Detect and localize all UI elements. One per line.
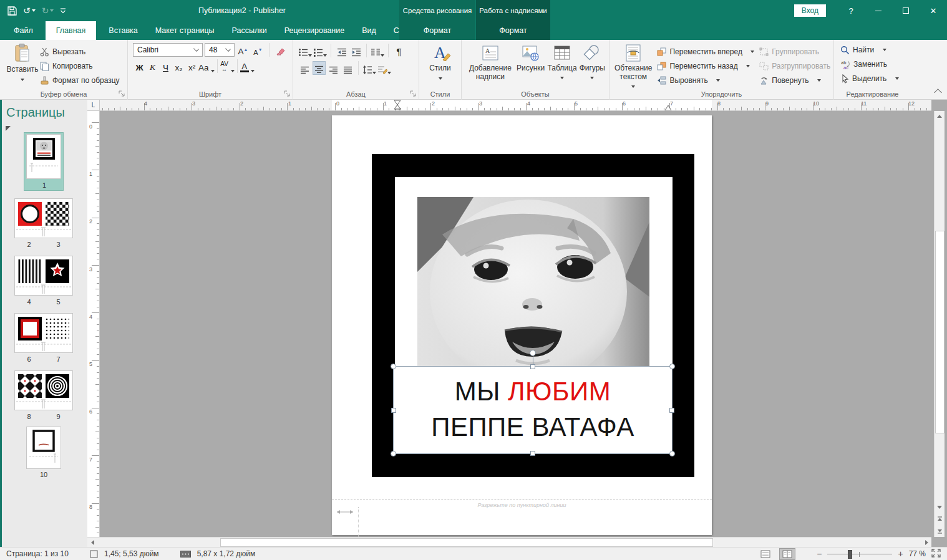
grow-font-button[interactable]: A▲: [236, 43, 250, 57]
page-thumbnail-6-7[interactable]: [14, 313, 73, 353]
customize-qat-button[interactable]: [60, 8, 66, 14]
align-center-button[interactable]: [313, 61, 326, 75]
numbering-button[interactable]: [313, 44, 327, 57]
align-objects-button[interactable]: Выровнять: [657, 74, 754, 87]
shapes-button[interactable]: Фигуры: [580, 43, 605, 82]
redo-button[interactable]: ↻: [42, 6, 54, 16]
align-right-button[interactable]: [327, 61, 340, 75]
zoom-slider-thumb[interactable]: [848, 550, 852, 559]
character-spacing-button[interactable]: AV↔: [220, 59, 234, 73]
bold-button[interactable]: Ж: [133, 59, 146, 73]
font-color-button[interactable]: А: [240, 59, 255, 73]
object-position-value[interactable]: 1,45; 5,53 дюйм: [104, 549, 159, 558]
page-thumbnail-4-5[interactable]: [14, 256, 73, 296]
send-backward-button[interactable]: Переместить назад: [657, 60, 754, 72]
baby-photo[interactable]: [417, 197, 649, 369]
zoom-out-button[interactable]: −: [817, 549, 822, 559]
ungroup-button[interactable]: Разгруппировать: [759, 60, 830, 72]
line-spacing-button[interactable]: [362, 61, 376, 75]
save-button[interactable]: [7, 6, 17, 16]
vertical-ruler[interactable]: 012345678: [87, 111, 100, 537]
wrap-text-button[interactable]: Обтекание текстом: [614, 43, 652, 90]
superscript-button[interactable]: x²: [185, 59, 198, 73]
two-page-view-button[interactable]: [779, 548, 795, 560]
justify-button[interactable]: [341, 61, 354, 75]
find-button[interactable]: Найти: [840, 44, 911, 56]
page-thumbnail-2-3[interactable]: [14, 198, 73, 238]
scroll-right-button[interactable]: [921, 538, 931, 548]
draw-textbox-button[interactable]: А Добавление надписи: [467, 43, 514, 82]
underline-button[interactable]: Ч: [159, 59, 172, 73]
tab-review[interactable]: Рецензирование: [276, 21, 354, 40]
rotate-handle[interactable]: [530, 350, 536, 356]
page-thumbnail-10[interactable]: [26, 427, 61, 469]
scroll-left-button[interactable]: [87, 538, 97, 548]
font-family-combo[interactable]: Calibri: [133, 43, 203, 57]
italic-button[interactable]: К: [146, 59, 159, 73]
columns-button[interactable]: [371, 44, 384, 57]
decrease-indent-button[interactable]: [335, 44, 348, 57]
subscript-button[interactable]: x₂: [172, 59, 185, 73]
selected-text-box[interactable]: МЫ ЛЮБИМ ПЕППЕ ВАТАФА: [393, 366, 673, 454]
ruler-origin-button[interactable]: L: [87, 100, 100, 111]
pages-panel-collapse-icon[interactable]: [6, 126, 11, 131]
object-size-value[interactable]: 5,87 x 1,72 дюйм: [197, 549, 256, 558]
table-button[interactable]: Таблица: [548, 43, 577, 82]
resize-handle-bottom-right[interactable]: [669, 451, 675, 456]
pictures-button[interactable]: Рисунки: [517, 43, 545, 82]
rotate-button[interactable]: Повернуть: [759, 74, 830, 87]
paragraph-dialog-launcher[interactable]: [410, 90, 417, 97]
horizontal-scrollbar[interactable]: [87, 537, 931, 547]
resize-handle-bottom-left[interactable]: [391, 451, 396, 456]
copy-button[interactable]: Копировать: [40, 60, 120, 72]
vertical-scrollbar[interactable]: [934, 111, 945, 537]
help-button[interactable]: ?: [837, 0, 865, 21]
next-page-button[interactable]: [935, 526, 945, 536]
single-page-view-button[interactable]: [757, 548, 774, 560]
tab-home[interactable]: Главная: [46, 21, 97, 40]
zoom-in-button[interactable]: +: [898, 549, 903, 559]
horizontal-scroll-thumb[interactable]: [220, 538, 713, 547]
tab-insert[interactable]: Вставка: [100, 21, 146, 40]
resize-handle-top-left[interactable]: [391, 364, 396, 369]
font-dialog-launcher[interactable]: [284, 90, 291, 97]
sign-in-button[interactable]: Вход: [794, 4, 826, 17]
page-thumbnail-8-9[interactable]: [14, 370, 73, 410]
clipboard-dialog-launcher[interactable]: [119, 90, 125, 97]
tab-mailings[interactable]: Рассылки: [223, 21, 276, 40]
select-button[interactable]: Выделить: [840, 72, 911, 85]
font-size-combo[interactable]: 48: [205, 43, 235, 57]
paragraph-shading-button[interactable]: [377, 61, 391, 75]
change-case-button[interactable]: Aa: [198, 59, 215, 73]
align-left-button[interactable]: [298, 61, 311, 75]
collapse-ribbon-button[interactable]: [934, 89, 942, 97]
close-button[interactable]: ✕: [920, 0, 947, 21]
show-paragraph-marks-button[interactable]: ¶: [392, 44, 406, 57]
previous-page-button[interactable]: [935, 514, 945, 524]
scroll-down-button[interactable]: [935, 502, 945, 512]
cut-button[interactable]: Вырезать: [40, 46, 120, 58]
bullets-button[interactable]: [298, 44, 312, 57]
paste-button[interactable]: Вставить: [5, 43, 40, 87]
undo-button[interactable]: ↺: [23, 6, 36, 16]
page-thumbnail-1[interactable]: [26, 134, 61, 179]
resize-handle-top-right[interactable]: [669, 364, 675, 369]
resize-handle-top[interactable]: [530, 364, 535, 369]
tab-page-design[interactable]: Макет страницы: [147, 21, 223, 40]
tab-view[interactable]: Вид: [353, 21, 385, 40]
bring-forward-button[interactable]: Переместить вперед: [657, 46, 754, 58]
resize-handle-bottom[interactable]: [530, 451, 535, 456]
zoom-level[interactable]: 77 %: [909, 549, 926, 558]
vertical-scroll-thumb[interactable]: [935, 231, 945, 433]
page-indicator[interactable]: Страница: 1 из 10: [6, 549, 69, 558]
group-button[interactable]: Группировать: [759, 46, 830, 58]
replace-button[interactable]: abacЗаменить: [840, 58, 911, 70]
styles-button[interactable]: A Стили: [419, 40, 461, 82]
resize-handle-right[interactable]: [669, 408, 674, 413]
tab-format-textbox[interactable]: Формат: [476, 21, 550, 40]
zoom-slider[interactable]: [827, 549, 892, 559]
maximize-button[interactable]: [892, 0, 920, 21]
publication-page[interactable]: Разрежьте по пунктирной линии МЫ ЛЮБИМ П…: [332, 115, 712, 535]
resize-handle-left[interactable]: [391, 408, 396, 413]
scroll-up-button[interactable]: [935, 111, 945, 121]
